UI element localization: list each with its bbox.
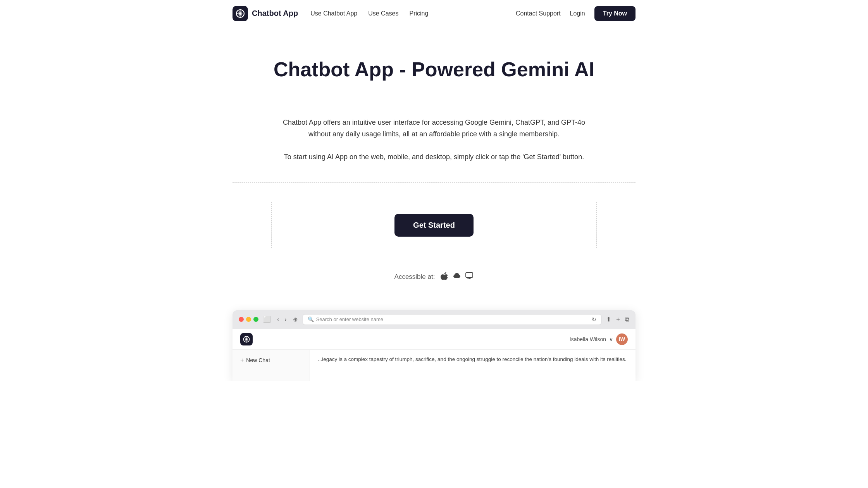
browser-mockup: ⬜ ‹ › ⊕ 🔍 Search or enter website name ↻… — [232, 310, 636, 381]
traffic-light-green[interactable] — [253, 317, 258, 322]
nav-left: Chatbot App Use Chatbot App Use Cases Pr… — [232, 6, 428, 21]
hero-divider-top — [232, 101, 636, 101]
inner-main-text: ...legacy is a complex tapestry of trium… — [318, 355, 628, 364]
traffic-lights — [239, 317, 258, 322]
android-icon — [453, 271, 461, 282]
browser-nav-buttons: ‹ › — [276, 315, 288, 324]
browser-back-button[interactable]: ‹ — [276, 315, 281, 324]
inner-sidebar: + New Chat — [232, 350, 310, 381]
chevron-down-icon: ∨ — [609, 336, 613, 342]
desktop-icon — [465, 271, 474, 282]
sidebar-toggle-icon[interactable]: ⬜ — [263, 316, 271, 323]
browser-bar: ⬜ ‹ › ⊕ 🔍 Search or enter website name ↻… — [232, 310, 636, 329]
avatar: IW — [616, 333, 628, 345]
browser-reload-icon[interactable]: ↻ — [592, 316, 596, 323]
try-now-button[interactable]: Try Now — [594, 6, 636, 21]
platform-icons — [440, 271, 474, 282]
user-area: Isabella Wilson ∨ IW — [570, 333, 628, 345]
url-placeholder-text: Search or enter website name — [316, 316, 383, 322]
browser-tabs-button[interactable]: ⧉ — [625, 316, 629, 323]
browser-url-bar[interactable]: 🔍 Search or enter website name ↻ — [303, 314, 601, 325]
get-started-button[interactable]: Get Started — [394, 214, 474, 237]
logo-icon — [232, 6, 248, 21]
browser-share-button[interactable]: ⬆ — [606, 316, 611, 323]
logo-link[interactable]: Chatbot App — [232, 6, 298, 21]
browser-add-tab-button[interactable]: ＋ — [615, 315, 621, 323]
accessible-section: Accessible at: — [232, 271, 636, 282]
nav-right: Contact Support Login Try Now — [516, 6, 636, 21]
hero-title: Chatbot App - Powered Gemini AI — [232, 58, 636, 81]
inner-app: Isabella Wilson ∨ IW + New Chat ...legac… — [232, 329, 636, 381]
nav-use-chatbot-app[interactable]: Use Chatbot App — [310, 10, 357, 17]
inner-app-logo — [240, 333, 253, 345]
browser-forward-button[interactable]: › — [283, 315, 288, 324]
cta-wrapper: Get Started — [271, 202, 597, 248]
traffic-light-yellow[interactable] — [246, 317, 251, 322]
apple-icon — [440, 271, 449, 282]
browser-action-buttons: ⬆ ＋ ⧉ — [606, 315, 629, 323]
nav-use-cases[interactable]: Use Cases — [368, 10, 398, 17]
new-chat-label: New Chat — [246, 357, 270, 363]
accessible-label: Accessible at: — [394, 273, 435, 281]
traffic-light-red[interactable] — [239, 317, 244, 322]
logo-text: Chatbot App — [252, 9, 298, 18]
contact-support-link[interactable]: Contact Support — [516, 10, 561, 17]
user-name: Isabella Wilson — [570, 336, 606, 342]
inner-main-content: ...legacy is a complex tapestry of trium… — [310, 350, 636, 381]
nav-pricing[interactable]: Pricing — [409, 10, 428, 17]
nav-links: Use Chatbot App Use Cases Pricing — [310, 10, 428, 17]
hero-section: Chatbot App - Powered Gemini AI Chatbot … — [217, 27, 651, 310]
search-icon: 🔍 — [308, 316, 314, 322]
svg-rect-2 — [466, 273, 473, 277]
svg-point-6 — [246, 338, 248, 340]
inner-content: + New Chat ...legacy is a complex tapest… — [232, 350, 636, 381]
login-button[interactable]: Login — [570, 10, 585, 17]
hero-description-2: To start using AI App on the web, mobile… — [275, 151, 593, 163]
hero-description-1: Chatbot App offers an intuitive user int… — [275, 117, 593, 140]
hero-divider-bottom — [232, 182, 636, 183]
inner-app-topbar: Isabella Wilson ∨ IW — [232, 329, 636, 350]
plus-icon: + — [240, 357, 244, 364]
browser-shield-icon: ⊕ — [293, 316, 298, 323]
new-chat-button[interactable]: + New Chat — [237, 354, 305, 366]
navbar: Chatbot App Use Chatbot App Use Cases Pr… — [217, 0, 651, 27]
